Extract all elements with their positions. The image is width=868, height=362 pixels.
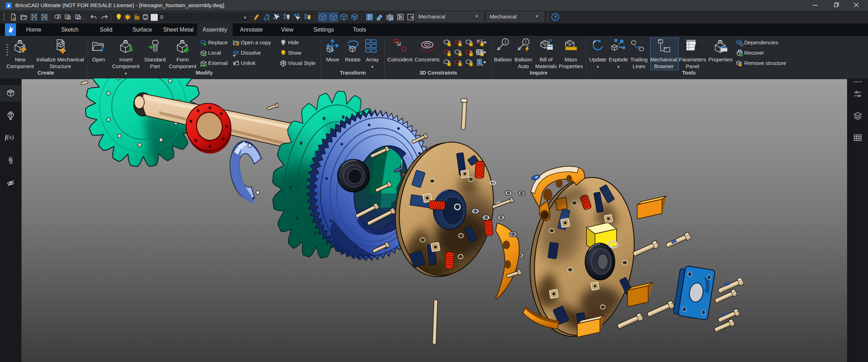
- svg-text:?: ?: [554, 15, 556, 20]
- svg-text:1: 1: [504, 40, 506, 44]
- svg-text:1: 1: [525, 40, 527, 44]
- svg-text:fx: fx: [694, 42, 701, 51]
